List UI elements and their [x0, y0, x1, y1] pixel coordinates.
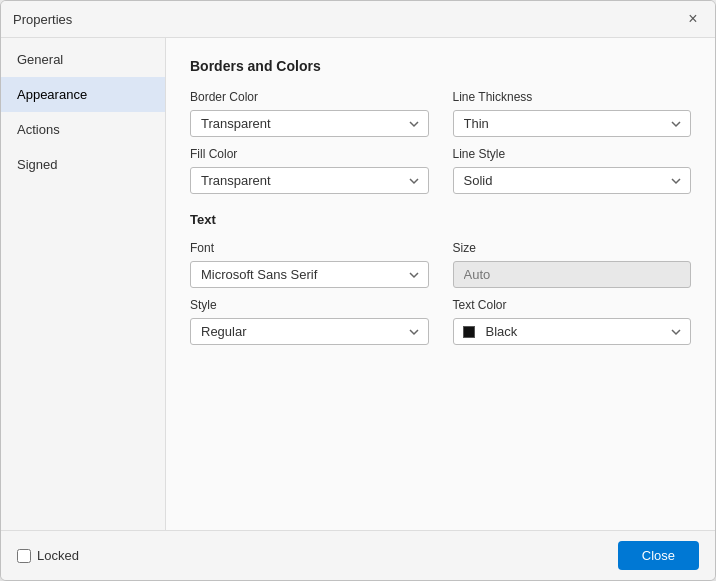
style-label: Style: [190, 298, 429, 312]
line-thickness-group: Line Thickness Thin Medium Thick: [453, 90, 692, 137]
window-title: Properties: [13, 12, 72, 27]
line-style-group: Line Style Solid Dashed Dotted: [453, 147, 692, 194]
style-select[interactable]: Regular Bold Italic Bold Italic: [190, 318, 429, 345]
text-color-select[interactable]: Black White Red Blue: [453, 318, 692, 345]
line-thickness-select[interactable]: Thin Medium Thick: [453, 110, 692, 137]
sidebar-item-appearance[interactable]: Appearance: [1, 77, 165, 112]
footer: Locked Close: [1, 530, 715, 580]
window-close-button[interactable]: ×: [683, 9, 703, 29]
size-group: Size: [453, 241, 692, 288]
borders-form-grid: Border Color Transparent Black White Lin…: [190, 90, 691, 194]
size-input[interactable]: [453, 261, 692, 288]
font-group: Font Microsoft Sans Serif Arial Times Ne…: [190, 241, 429, 288]
line-style-select[interactable]: Solid Dashed Dotted: [453, 167, 692, 194]
text-color-select-wrapper: Black White Red Blue: [453, 318, 692, 345]
border-color-select[interactable]: Transparent Black White: [190, 110, 429, 137]
text-section-divider: Text: [190, 212, 691, 227]
style-group: Style Regular Bold Italic Bold Italic: [190, 298, 429, 345]
fill-color-group: Fill Color Transparent Black White: [190, 147, 429, 194]
border-color-label: Border Color: [190, 90, 429, 104]
fill-color-label: Fill Color: [190, 147, 429, 161]
font-select[interactable]: Microsoft Sans Serif Arial Times New Rom…: [190, 261, 429, 288]
fill-color-select[interactable]: Transparent Black White: [190, 167, 429, 194]
sidebar-item-actions[interactable]: Actions: [1, 112, 165, 147]
properties-window: Properties × General Appearance Actions …: [0, 0, 716, 581]
locked-label: Locked: [37, 548, 79, 563]
window-body: General Appearance Actions Signed Border…: [1, 38, 715, 530]
main-content: Borders and Colors Border Color Transpar…: [166, 38, 715, 530]
text-color-label: Text Color: [453, 298, 692, 312]
line-style-label: Line Style: [453, 147, 692, 161]
border-color-group: Border Color Transparent Black White: [190, 90, 429, 137]
size-label: Size: [453, 241, 692, 255]
sidebar: General Appearance Actions Signed: [1, 38, 166, 530]
sidebar-item-general[interactable]: General: [1, 42, 165, 77]
locked-area: Locked: [17, 548, 79, 563]
line-thickness-label: Line Thickness: [453, 90, 692, 104]
sidebar-item-signed[interactable]: Signed: [1, 147, 165, 182]
text-color-group: Text Color Black White Red Blue: [453, 298, 692, 345]
title-bar: Properties ×: [1, 1, 715, 38]
close-button[interactable]: Close: [618, 541, 699, 570]
text-section-title: Text: [190, 212, 691, 227]
font-label: Font: [190, 241, 429, 255]
locked-checkbox[interactable]: [17, 549, 31, 563]
text-form-grid: Font Microsoft Sans Serif Arial Times Ne…: [190, 241, 691, 345]
borders-section-title: Borders and Colors: [190, 58, 691, 74]
